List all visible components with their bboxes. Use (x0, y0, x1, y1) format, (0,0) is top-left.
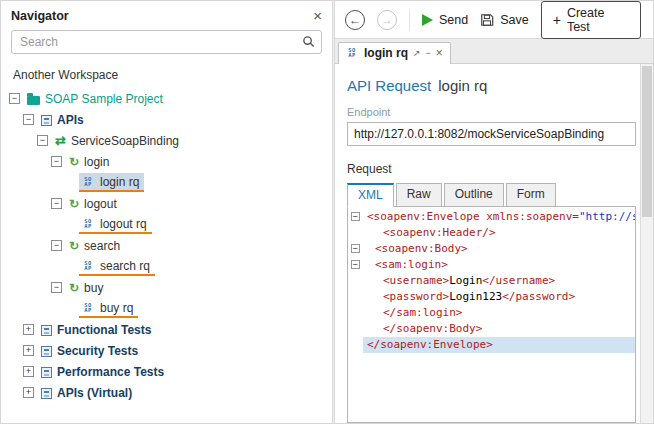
module-icon (41, 115, 52, 126)
tree-item-logout-rq[interactable]: SOAPlogout rq (1, 214, 332, 235)
tree-item-soap-sample-project[interactable]: −SOAP Sample Project (1, 88, 332, 109)
expand-icon[interactable]: + (23, 387, 34, 398)
tree-item-content: ↻search (67, 237, 125, 254)
collapse-icon[interactable]: − (51, 282, 62, 293)
code-line-text: <soapenv:Envelope xmlns:soapenv="http://… (363, 209, 635, 225)
tree-item-content: APIs (Virtual) (39, 384, 137, 401)
tree-item-logout[interactable]: −↻logout (1, 193, 332, 214)
soap-icon-text: AP (84, 182, 92, 188)
tree-item-login[interactable]: −↻login (1, 151, 332, 172)
token-text: Login123 (449, 290, 502, 303)
collapse-icon[interactable]: − (51, 240, 62, 251)
code-line[interactable]: </soapenv:Body> (348, 321, 635, 337)
tree-item-content: SOAP Sample Project (25, 90, 168, 107)
code-line[interactable]: <password>Login123</password> (348, 289, 635, 305)
binding-icon: ⇄ (55, 135, 66, 147)
tree-item-label: Performance Tests (57, 365, 164, 379)
detach-icon[interactable]: ↗ (413, 49, 421, 58)
fold-toggle[interactable]: − (348, 241, 363, 257)
vertical-scrollbar[interactable] (640, 64, 653, 423)
fold-icon[interactable]: − (351, 212, 360, 221)
operation-icon: ↻ (69, 282, 79, 294)
fold-toggle[interactable]: − (348, 209, 363, 225)
save-button[interactable]: Save (480, 13, 529, 27)
soap-icon-bottom: AP (348, 53, 356, 59)
tree-item-functional-tests[interactable]: +Functional Tests (1, 319, 332, 340)
create-test-label: Create Test (567, 6, 629, 34)
tree-item-security-tests[interactable]: +Security Tests (1, 340, 332, 361)
editor-panel: ← → Send Save + Create Test (335, 1, 653, 423)
expander-spacer (65, 262, 74, 271)
collapse-icon[interactable]: − (23, 114, 34, 125)
scrollbar-thumb[interactable] (642, 66, 652, 217)
send-button[interactable]: Send (422, 13, 468, 27)
save-label: Save (500, 13, 529, 27)
search-input[interactable] (11, 30, 322, 54)
collapse-icon[interactable]: − (37, 135, 48, 146)
module-icon (41, 325, 52, 336)
collapse-icon[interactable]: − (51, 198, 62, 209)
tree-item-apis[interactable]: −APIs (1, 109, 332, 130)
tab-login-rq[interactable]: SO AP login rq ↗ − × (338, 42, 451, 64)
minimize-icon[interactable]: − (426, 49, 431, 58)
expand-icon[interactable]: + (23, 366, 34, 377)
tree-item-content: Functional Tests (39, 321, 156, 338)
request-title-name: login rq (438, 77, 487, 94)
request-tab-form[interactable]: Form (506, 183, 556, 207)
operation-icon: ↻ (69, 240, 79, 252)
forward-button[interactable]: → (377, 10, 397, 30)
token-tag: <soapenv:Envelope (367, 210, 480, 223)
tree-item-servicesoapbinding[interactable]: −⇄ServiceSoapBinding (1, 130, 332, 151)
search-box (11, 30, 322, 54)
endpoint-input[interactable] (347, 122, 636, 146)
xml-editor[interactable]: −<soapenv:Envelope xmlns:soapenv="http:/… (347, 206, 636, 423)
code-line[interactable]: <username>Login</username> (348, 273, 635, 289)
tree-item-search[interactable]: −↻search (1, 235, 332, 256)
code-line[interactable]: <soapenv:Header/> (348, 225, 635, 241)
tree-item-label: SOAP Sample Project (45, 92, 163, 106)
tree-item-buy-rq[interactable]: SOAPbuy rq (1, 298, 332, 319)
soap-icon: SOAP (81, 177, 95, 188)
expand-icon[interactable]: + (23, 345, 34, 356)
tree-item-search-rq[interactable]: SOAPsearch rq (1, 256, 332, 277)
tree-item-content: Performance Tests (39, 363, 169, 380)
soap-icon: SOAP (81, 261, 95, 272)
gutter-cell (348, 289, 363, 305)
navigator-title: Navigator (11, 9, 69, 23)
expand-icon[interactable]: + (23, 324, 34, 335)
code-line[interactable]: </soapenv:Envelope> (348, 337, 635, 353)
tree-item-apis-virtual[interactable]: +APIs (Virtual) (1, 382, 332, 403)
back-button[interactable]: ← (345, 10, 365, 30)
module-icon (41, 346, 52, 357)
code-line[interactable]: −<sam:login> (348, 257, 635, 273)
tree-item-performance-tests[interactable]: +Performance Tests (1, 361, 332, 382)
code-line[interactable]: −<soapenv:Envelope xmlns:soapenv="http:/… (348, 209, 635, 225)
fold-toggle[interactable]: − (348, 257, 363, 273)
token-tag: </soapenv:Body> (383, 322, 482, 335)
close-icon[interactable]: × (313, 8, 322, 23)
request-tab-raw[interactable]: Raw (396, 183, 442, 207)
send-icon (422, 14, 433, 26)
soap-icon: SOAP (81, 303, 95, 314)
send-label: Send (439, 13, 468, 27)
collapse-icon[interactable]: − (9, 93, 20, 104)
tab-close-icon[interactable]: × (436, 47, 443, 59)
code-line[interactable]: −<soapenv:Body> (348, 241, 635, 257)
create-test-button[interactable]: + Create Test (541, 1, 641, 39)
request-title: API Requestlogin rq (347, 77, 636, 94)
endpoint-label: Endpoint (347, 106, 636, 118)
tree-item-content: SOAPsearch rq (79, 257, 155, 276)
code-line[interactable]: </sam:login> (348, 305, 635, 321)
fold-icon[interactable]: − (351, 244, 360, 253)
fold-icon[interactable]: − (351, 260, 360, 269)
request-tab-outline[interactable]: Outline (444, 183, 504, 207)
tree-item-login-rq[interactable]: SOAPlogin rq (1, 172, 332, 193)
collapse-icon[interactable]: − (51, 156, 62, 167)
toolbar-separator (409, 9, 410, 31)
tree-item-label: buy rq (100, 301, 133, 315)
gutter-cell (348, 273, 363, 289)
expander-spacer (65, 178, 74, 187)
request-tab-xml[interactable]: XML (347, 183, 394, 207)
folder-icon (27, 96, 40, 105)
tree-item-buy[interactable]: −↻buy (1, 277, 332, 298)
